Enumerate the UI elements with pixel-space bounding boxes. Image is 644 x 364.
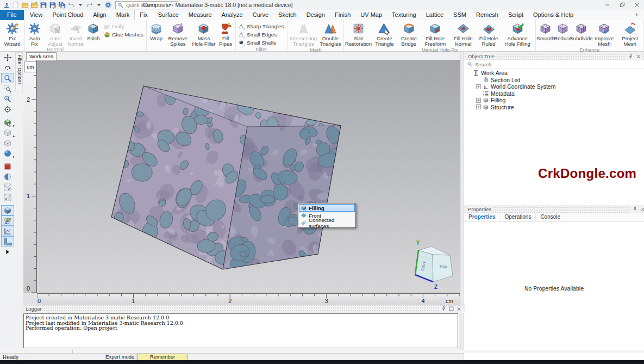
close-button[interactable] (629, 0, 644, 10)
ribbon-button-mass-hole-filler[interactable]: Mass Hole Filler (191, 21, 217, 47)
dropdown-arrow-icon[interactable] (95, 1, 103, 9)
tree-search-input[interactable] (474, 61, 596, 68)
tab-work-area[interactable]: Work Area (26, 52, 57, 60)
menu-item-script[interactable]: Script (503, 10, 528, 20)
ribbon-button-auto-fix[interactable]: Auto Fix (26, 21, 43, 47)
open-folder-icon[interactable] (21, 1, 29, 9)
app-logo-3matic[interactable]: 3 (2, 1, 10, 9)
tree-item-filling[interactable]: +Filling (464, 97, 644, 104)
context-menu-item-connected-surfaces[interactable]: Connected surfaces (299, 219, 355, 227)
ribbon-button-fill-pipes[interactable]: Fill Pipes (217, 21, 234, 47)
menu-item-lattice[interactable]: Lattice (421, 10, 448, 20)
ribbon-button-double-triangles[interactable]: Double Triangles (318, 21, 342, 47)
hide-shells-icon[interactable] (1, 215, 14, 226)
ribbon-button-glue-meshes[interactable]: Glue Meshes (104, 31, 143, 38)
settings-gear-icon[interactable] (104, 1, 112, 9)
ribbon-button-subdivide[interactable]: Subdivide (572, 21, 591, 41)
restore-button[interactable] (615, 0, 629, 10)
rotate-view-icon[interactable] (1, 63, 14, 73)
ribbon-button-wrap[interactable]: Wrap (148, 21, 165, 41)
pan-view-icon[interactable] (1, 52, 14, 63)
ribbon-button-small-edges[interactable]: ySmall Edges (239, 31, 277, 38)
tab-operations[interactable]: Operations (500, 213, 536, 221)
menu-item-file[interactable]: File (0, 10, 24, 20)
pick-object-icon[interactable]: ▸ (1, 117, 14, 127)
expander-icon[interactable]: + (476, 98, 481, 103)
shaded-view-icon[interactable]: ▸ (1, 127, 14, 138)
zoom-selection-icon[interactable] (1, 94, 14, 104)
measure-ruler-icon[interactable] (1, 236, 14, 246)
menu-item-uv-map[interactable]: UV Map (355, 10, 387, 20)
menu-item-align[interactable]: Align (88, 10, 111, 20)
ribbon-button-improve-mesh[interactable]: Improve Mesh (591, 21, 617, 47)
menu-item-remesh[interactable]: Remesh (471, 10, 503, 20)
menu-item-design[interactable]: Design (302, 10, 330, 20)
ribbon-button-project-mesh[interactable]: Project Mesh (617, 21, 642, 47)
close-icon[interactable] (456, 306, 462, 312)
tab-console[interactable]: Console (536, 213, 565, 221)
ribbon-button-stitch[interactable]: Stitch (85, 21, 102, 41)
zoom-window-icon[interactable] (1, 83, 14, 94)
menu-item-options-help[interactable]: Options & Help (528, 10, 578, 20)
solid-color-icon[interactable] (1, 161, 14, 171)
new-document-icon[interactable] (11, 1, 20, 9)
ribbon-button-slot-restoration[interactable]: Slot Restoration (345, 21, 372, 47)
save-all-icon[interactable] (58, 1, 66, 9)
expander-icon[interactable]: + (476, 84, 481, 89)
menu-item-finish[interactable]: Finish (330, 10, 355, 20)
mirror-view-icon[interactable] (1, 182, 14, 192)
ribbon-button-create-triangle[interactable]: Create Triangle (372, 21, 397, 47)
dropdown-arrow-icon[interactable] (76, 1, 84, 9)
viewport[interactable]: 210 LEFT TOP Y Z 01234cm cm FillingFront… (23, 60, 460, 305)
ribbon-button-fix-wizard[interactable]: Fix Wizard (2, 21, 23, 47)
logger-output[interactable]: Project created in Materialise 3-matic R… (23, 313, 458, 348)
redo-icon[interactable] (85, 1, 93, 9)
pin-icon[interactable] (628, 53, 634, 60)
menu-item-fix[interactable]: Fix (134, 10, 153, 20)
maximize-icon[interactable] (448, 306, 455, 312)
menu-item-measure[interactable]: Measure (184, 10, 217, 20)
expander-icon[interactable]: + (476, 104, 481, 109)
ribbon-button-fill-hole-freeform[interactable]: Fill Hole Freeform (421, 21, 450, 47)
tree-item-section-list[interactable]: Section List (464, 77, 644, 84)
ribbon-button-create-bridge[interactable]: Create Bridge (397, 21, 421, 47)
ribbon-button-fill-hole-normal[interactable]: Fill Hole Normal (450, 21, 477, 47)
ribbon-button-advance-hole-filling[interactable]: Advance Hole Filling (501, 21, 534, 47)
save-icon[interactable] (39, 1, 47, 9)
close-icon[interactable] (640, 206, 644, 213)
pin-icon[interactable] (632, 206, 639, 213)
show-object-icon[interactable] (1, 205, 14, 215)
menu-item-surface[interactable]: Surface (153, 10, 184, 20)
ribbon-button-remove-spikes[interactable]: Remove Spikes (165, 21, 191, 47)
menu-item-texturing[interactable]: Texturing (387, 10, 421, 20)
menu-overflow-button[interactable]: + (630, 10, 644, 20)
ribbon-button-reduce[interactable]: Reduce (554, 21, 572, 41)
context-menu-item-filling[interactable]: Filling (299, 204, 355, 212)
close-icon[interactable] (635, 53, 642, 60)
ribbon-button-sharp-triangles[interactable]: ySharp Triangles (239, 23, 284, 30)
clipping-view-icon[interactable] (1, 171, 14, 182)
tree-item-structure[interactable]: +Structure (464, 104, 644, 111)
menu-item-analyze[interactable]: Analyze (217, 10, 248, 20)
menu-item-curve[interactable]: Curve (248, 10, 273, 20)
menu-item-mark[interactable]: Mark (111, 10, 134, 20)
menu-item-view[interactable]: View (25, 10, 48, 20)
plot-axes-icon[interactable] (1, 226, 14, 236)
mirror-view-alt-icon[interactable] (1, 192, 14, 202)
menu-item-point-cloud[interactable]: Point Cloud (47, 10, 88, 20)
filter-options-tab[interactable]: Filter Options (15, 52, 23, 91)
minimize-button[interactable] (600, 0, 615, 10)
menu-item-sketch[interactable]: Sketch (273, 10, 302, 20)
menu-item-ssm[interactable]: SSM (448, 10, 471, 20)
3d-scene[interactable]: LEFT TOP Y Z (37, 60, 460, 293)
import-folder-icon[interactable] (30, 1, 38, 9)
expand-arrow-icon[interactable] (1, 246, 14, 257)
pin-icon[interactable] (441, 306, 447, 312)
zoom-view-icon[interactable] (1, 73, 14, 83)
undo-icon[interactable] (67, 1, 75, 9)
ribbon-button-small-shells[interactable]: ySmall Shells (239, 39, 276, 46)
ribbon-button-smooth[interactable]: Smooth (537, 21, 554, 41)
tree-item-work-area[interactable]: Work Area (464, 70, 644, 77)
tab-properties[interactable]: Properties (464, 213, 500, 221)
save-as-icon[interactable] (48, 1, 57, 9)
